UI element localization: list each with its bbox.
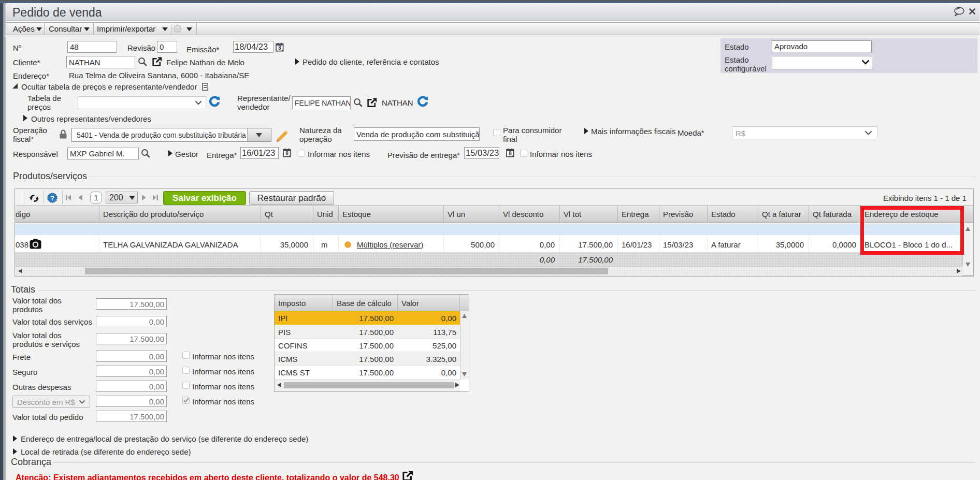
svg-text:8: 8	[509, 151, 512, 156]
svg-text:8: 8	[285, 151, 289, 156]
svg-text:8: 8	[278, 45, 281, 51]
svg-text:?: ?	[50, 194, 54, 202]
